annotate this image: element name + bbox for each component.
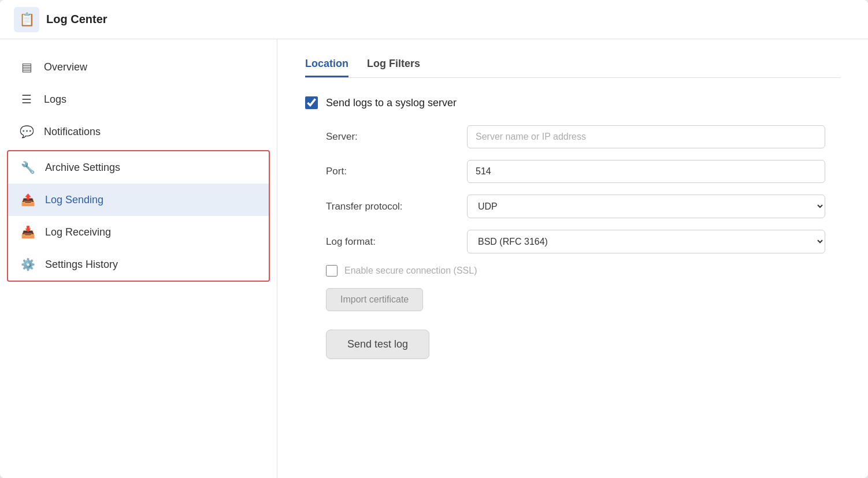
log-receiving-icon: 📥 — [20, 225, 36, 239]
log-format-label: Log format: — [326, 236, 453, 248]
main-content: ▤ Overview ☰ Logs 💬 Notifications 🔧 Arch… — [0, 39, 868, 478]
overview-icon: ▤ — [18, 60, 35, 74]
tabs-bar: Location Log Filters — [305, 58, 840, 78]
sidebar-label-overview: Overview — [44, 61, 87, 73]
archive-settings-icon: 🔧 — [20, 160, 36, 174]
send-logs-checkbox[interactable] — [305, 96, 318, 109]
server-input[interactable] — [467, 125, 825, 148]
sidebar-label-notifications: Notifications — [44, 126, 101, 138]
ssl-row: Enable secure connection (SSL) — [326, 265, 825, 277]
sidebar-label-archive-settings: Archive Settings — [45, 162, 120, 174]
app-window: 📋 Log Center ▤ Overview ☰ Logs 💬 Notific… — [0, 0, 868, 478]
sidebar-item-log-receiving[interactable]: 📥 Log Receiving — [8, 216, 269, 248]
app-title: Log Center — [46, 13, 107, 26]
port-input[interactable] — [467, 160, 825, 183]
app-icon: 📋 — [14, 7, 39, 32]
sidebar-item-notifications[interactable]: 💬 Notifications — [0, 115, 277, 148]
sidebar-item-log-sending[interactable]: 📤 Log Sending — [8, 184, 269, 216]
send-logs-row: Send logs to a syslog server — [305, 96, 825, 109]
sidebar-label-log-receiving: Log Receiving — [45, 226, 111, 238]
protocol-label: Transfer protocol: — [326, 201, 453, 212]
sidebar-item-settings-history[interactable]: ⚙️ Settings History — [8, 248, 269, 281]
ssl-checkbox[interactable] — [326, 265, 337, 277]
sidebar-item-archive-settings[interactable]: 🔧 Archive Settings — [8, 151, 269, 184]
sidebar-item-logs[interactable]: ☰ Logs — [0, 83, 277, 115]
sidebar-label-logs: Logs — [44, 94, 66, 106]
ssl-label: Enable secure connection (SSL) — [344, 266, 477, 276]
import-certificate-button[interactable]: Import certificate — [326, 288, 423, 311]
top-bar: 📋 Log Center — [0, 0, 868, 39]
protocol-select[interactable]: UDP TCP TLS — [467, 195, 825, 218]
sidebar-label-log-sending: Log Sending — [45, 194, 103, 206]
settings-history-icon: ⚙️ — [20, 257, 36, 271]
tab-location[interactable]: Location — [305, 58, 348, 77]
port-label: Port: — [326, 166, 453, 177]
app-icon-symbol: 📋 — [19, 12, 35, 27]
content-area: Location Log Filters Send logs to a sysl… — [277, 39, 868, 478]
sidebar-group-highlight: 🔧 Archive Settings 📤 Log Sending 📥 Log R… — [7, 150, 270, 282]
log-sending-icon: 📤 — [20, 193, 36, 207]
server-label: Server: — [326, 131, 453, 143]
sidebar-item-overview[interactable]: ▤ Overview — [0, 51, 277, 83]
form-section: Send logs to a syslog server Server: Por… — [305, 96, 825, 359]
sidebar-label-settings-history: Settings History — [45, 259, 118, 271]
tab-log-filters[interactable]: Log Filters — [367, 58, 420, 77]
send-test-log-button[interactable]: Send test log — [326, 330, 429, 359]
sidebar: ▤ Overview ☰ Logs 💬 Notifications 🔧 Arch… — [0, 39, 277, 478]
logs-icon: ☰ — [18, 92, 35, 106]
log-format-select[interactable]: BSD (RFC 3164) IETF (RFC 5424) — [467, 230, 825, 253]
notifications-icon: 💬 — [18, 125, 35, 139]
form-grid: Server: Port: Transfer protocol: UDP TCP… — [326, 125, 825, 253]
send-logs-label: Send logs to a syslog server — [326, 97, 457, 109]
